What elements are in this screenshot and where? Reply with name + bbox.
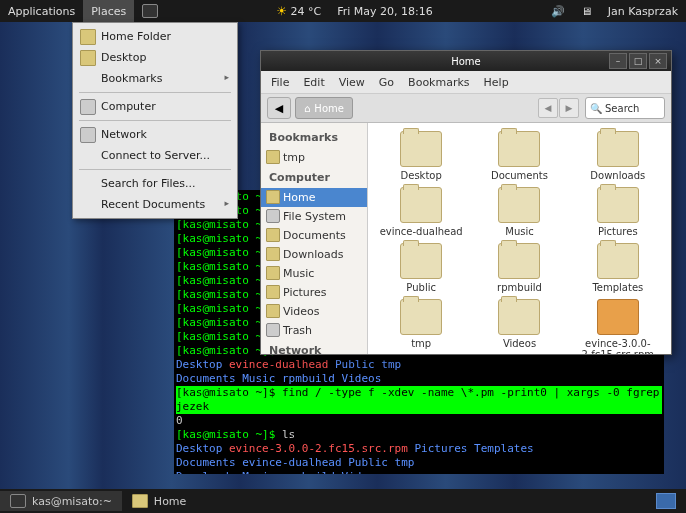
user-menu[interactable]: Jan Kasprzak (600, 0, 686, 22)
path-bar[interactable]: ⌂Home (295, 97, 353, 119)
places-menu[interactable]: Places (83, 0, 134, 22)
menu-separator (79, 169, 231, 170)
window-title: Home (451, 56, 481, 67)
folder-icon (400, 131, 442, 167)
file-label: rpmbuild (497, 282, 542, 293)
file-label: Music (505, 226, 533, 237)
file-item[interactable]: Downloads (573, 131, 663, 181)
file-item[interactable]: Music (474, 187, 564, 237)
clock[interactable]: Fri May 20, 18:16 (329, 0, 441, 22)
menu-edit[interactable]: Edit (303, 76, 324, 89)
file-label: Public (406, 282, 436, 293)
folder-icon (80, 29, 96, 45)
taskbar-home[interactable]: Home (122, 491, 196, 511)
nav-next-button[interactable]: ▶ (559, 98, 579, 118)
folder-icon (498, 299, 540, 335)
home-icon (266, 190, 280, 204)
minimize-button[interactable]: – (609, 53, 627, 69)
menu-connect-server[interactable]: Connect to Server... (73, 145, 237, 166)
menu-separator (79, 92, 231, 93)
weather-applet[interactable]: ☀ 24 °C (268, 0, 329, 22)
file-item[interactable]: Videos (474, 299, 564, 354)
folder-icon (498, 187, 540, 223)
file-item[interactable]: Documents (474, 131, 564, 181)
volume-icon[interactable]: 🔊 (543, 0, 573, 22)
file-item[interactable]: Templates (573, 243, 663, 293)
sidebar-pictures[interactable]: Pictures (261, 283, 367, 302)
menu-computer[interactable]: Computer (73, 96, 237, 117)
folder-icon (400, 187, 442, 223)
places-dropdown: Home Folder Desktop Bookmarks Computer N… (72, 22, 238, 219)
menu-bookmarks[interactable]: Bookmarks (408, 76, 469, 89)
file-label: Templates (592, 282, 643, 293)
menu-help[interactable]: Help (484, 76, 509, 89)
workspace-switcher[interactable] (646, 491, 686, 511)
file-item[interactable]: evince-dualhead (376, 187, 466, 237)
maximize-button[interactable]: □ (629, 53, 647, 69)
top-panel: Applications Places ☀ 24 °C Fri May 20, … (0, 0, 686, 22)
folder-icon (498, 243, 540, 279)
weather-icon: ☀ (276, 4, 287, 18)
bottom-panel: kas@misato:~ Home (0, 489, 686, 513)
applications-menu[interactable]: Applications (0, 0, 83, 22)
folder-icon (266, 228, 280, 242)
drive-icon (266, 209, 280, 223)
sidebar-network-header: Network (261, 340, 367, 354)
file-label: Videos (503, 338, 536, 349)
menu-file[interactable]: File (271, 76, 289, 89)
menu-go[interactable]: Go (379, 76, 394, 89)
sidebar-bookmarks-header: Bookmarks (261, 127, 367, 148)
file-item[interactable]: Desktop (376, 131, 466, 181)
sidebar-trash[interactable]: Trash (261, 321, 367, 340)
sidebar-downloads[interactable]: Downloads (261, 245, 367, 264)
folder-icon (266, 304, 280, 318)
file-label: Downloads (590, 170, 645, 181)
search-box[interactable]: 🔍Search (585, 97, 665, 119)
file-item[interactable]: evince-3.0.0-2.fc15.src.rpm (573, 299, 663, 354)
menu-view[interactable]: View (339, 76, 365, 89)
file-label: evince-3.0.0-2.fc15.src.rpm (573, 338, 663, 354)
file-label: evince-dualhead (380, 226, 463, 237)
terminal-icon (10, 494, 26, 508)
file-label: tmp (411, 338, 431, 349)
workspace-icon (656, 493, 676, 509)
menu-recent-documents[interactable]: Recent Documents (73, 194, 237, 215)
file-item[interactable]: Public (376, 243, 466, 293)
sidebar-music[interactable]: Music (261, 264, 367, 283)
window-titlebar[interactable]: Home – □ × (261, 51, 671, 71)
network-icon[interactable]: 🖥 (573, 0, 600, 22)
back-button[interactable]: ◀ (267, 97, 291, 119)
folder-icon (400, 243, 442, 279)
terminal-launcher[interactable] (134, 0, 166, 22)
menu-search-files[interactable]: Search for Files... (73, 173, 237, 194)
nav-prev-button[interactable]: ◀ (538, 98, 558, 118)
folder-icon (132, 494, 148, 508)
folder-icon (266, 247, 280, 261)
sidebar-tmp[interactable]: tmp (261, 148, 367, 167)
menu-desktop[interactable]: Desktop (73, 47, 237, 68)
trash-icon (266, 323, 280, 337)
file-view[interactable]: DesktopDocumentsDownloadsevince-dualhead… (368, 123, 671, 354)
folder-icon (266, 150, 280, 164)
folder-icon (597, 131, 639, 167)
folder-icon (597, 243, 639, 279)
menubar: File Edit View Go Bookmarks Help (261, 71, 671, 94)
taskbar-terminal[interactable]: kas@misato:~ (0, 491, 122, 511)
sidebar-home[interactable]: Home (261, 188, 367, 207)
file-item[interactable]: tmp (376, 299, 466, 354)
sidebar-videos[interactable]: Videos (261, 302, 367, 321)
sidebar-documents[interactable]: Documents (261, 226, 367, 245)
file-item[interactable]: Pictures (573, 187, 663, 237)
toolbar: ◀ ⌂Home ◀ ▶ 🔍Search (261, 94, 671, 123)
menu-home-folder[interactable]: Home Folder (73, 26, 237, 47)
sidebar-filesystem[interactable]: File System (261, 207, 367, 226)
folder-icon (400, 299, 442, 335)
close-button[interactable]: × (649, 53, 667, 69)
file-item[interactable]: rpmbuild (474, 243, 564, 293)
terminal-icon (142, 4, 158, 18)
menu-separator (79, 120, 231, 121)
menu-network[interactable]: Network (73, 124, 237, 145)
home-icon: ⌂ (304, 103, 310, 114)
menu-bookmarks[interactable]: Bookmarks (73, 68, 237, 89)
folder-icon (597, 187, 639, 223)
